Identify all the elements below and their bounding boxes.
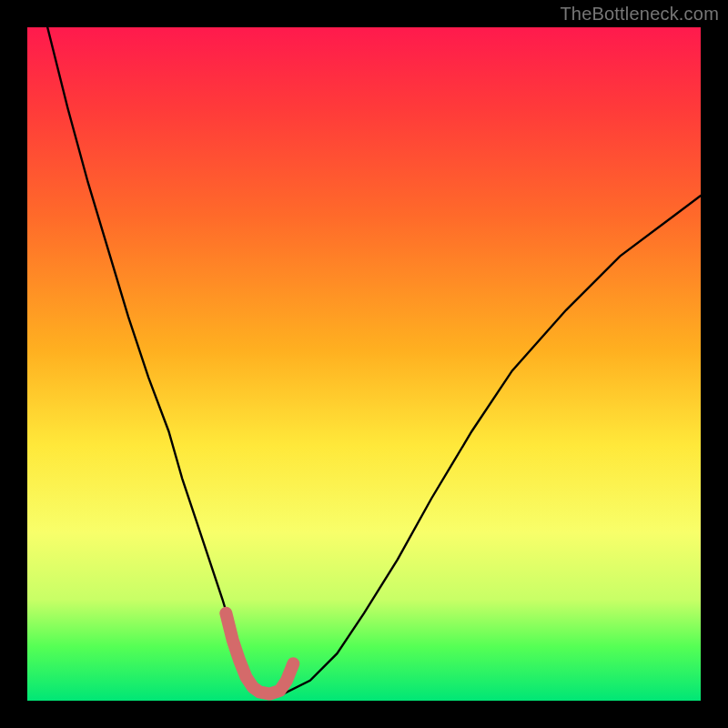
chart-frame: TheBottleneck.com (0, 0, 728, 728)
watermark-text: TheBottleneck.com (560, 4, 719, 25)
curve-layer (27, 27, 701, 701)
bottleneck-curve (47, 27, 701, 694)
highlight-segment (226, 613, 293, 694)
